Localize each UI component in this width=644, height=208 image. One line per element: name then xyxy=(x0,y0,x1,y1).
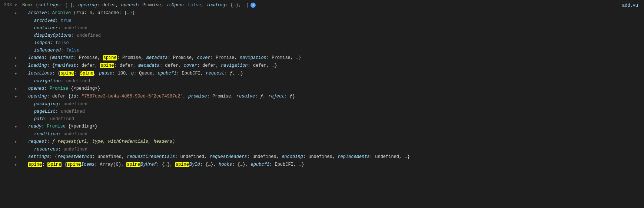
line-content: archive: Archive {zip: n, urlCache: {…}} xyxy=(19,10,135,16)
console-line: settings: {requestMethod: undefined, req… xyxy=(0,153,644,161)
console-line: locations: {spine: Spine, pause: 100, q:… xyxy=(0,70,644,77)
line-content: opening: defer {id: "7587cee3-be4a-4d65-… xyxy=(19,93,295,100)
line-content: loading: {manifest: defer, spine: defer,… xyxy=(19,62,277,69)
line-content: isOpen: false xyxy=(19,40,69,46)
console-line: opening: defer {id: "7587cee3-be4a-4d65-… xyxy=(0,93,644,100)
expand-arrow[interactable] xyxy=(15,2,19,9)
devtools-panel: add.vu 333Book {settings: {…}, opening: … xyxy=(0,0,644,171)
expand-arrow[interactable] xyxy=(15,138,19,145)
expand-arrow[interactable] xyxy=(15,62,19,69)
line-content: rendition: undefined xyxy=(19,131,87,138)
console-line: ready: Promise {<pending>} xyxy=(0,123,644,131)
line-content: path: undefined xyxy=(19,116,74,122)
console-line: pageList: undefined xyxy=(0,108,644,115)
line-content: isRendered: false xyxy=(19,47,79,54)
add-link[interactable]: add.vu xyxy=(622,3,638,8)
line-content: locations: {spine: Spine, pause: 100, q:… xyxy=(19,70,243,77)
console-line: loading: {manifest: defer, spine: defer,… xyxy=(0,62,644,70)
expand-arrow[interactable] xyxy=(15,70,19,77)
console-line: path: undefined xyxy=(0,115,644,123)
line-content: opened: Promise {<pending>} xyxy=(19,85,100,92)
console-line: loaded: {manifest: Promise, spine: Promi… xyxy=(0,54,644,62)
console-line: packaging: undefined xyxy=(0,100,644,108)
line-content: settings: {requestMethod: undefined, req… xyxy=(19,153,410,160)
expand-arrow[interactable] xyxy=(15,85,19,92)
line-content: navigation: undefined xyxy=(19,78,90,85)
console-line: archive: Archive {zip: n, urlCache: {…}} xyxy=(0,9,644,17)
line-content: request: ƒ request(url, type, withCreden… xyxy=(19,138,175,145)
expand-arrow[interactable] xyxy=(15,10,19,17)
line-content: pageList: undefined xyxy=(19,108,85,115)
expand-arrow[interactable] xyxy=(15,153,19,161)
line-content: Book {settings: {…}, opening: defer, ope… xyxy=(19,2,256,9)
expand-arrow[interactable] xyxy=(15,123,19,130)
line-content: displayOptions: undefined xyxy=(19,32,101,39)
console-line: rendition: undefined xyxy=(0,131,644,138)
console-line: displayOptions: undefined xyxy=(0,32,644,39)
console-line: navigation: undefined xyxy=(0,77,644,85)
console-line: 333Book {settings: {…}, opening: defer, … xyxy=(0,1,644,9)
line-content: spine: Spine {spineItems: Array(0), spin… xyxy=(19,161,304,168)
line-content: ready: Promise {<pending>} xyxy=(19,123,97,130)
console-line: request: ƒ request(url, type, withCreden… xyxy=(0,138,644,146)
console-line: resources: undefined xyxy=(0,146,644,153)
line-content: archived: true xyxy=(19,17,72,24)
console-line: isOpen: false xyxy=(0,39,644,47)
expand-arrow[interactable] xyxy=(15,93,19,100)
console-line: spine: Spine {spineItems: Array(0), spin… xyxy=(0,161,644,169)
console-line: isRendered: false xyxy=(0,47,644,54)
line-content: resources: undefined xyxy=(19,146,87,153)
line-content: loaded: {manifest: Promise, spine: Promi… xyxy=(19,55,301,61)
expand-arrow[interactable] xyxy=(15,55,19,62)
line-content: packaging: undefined xyxy=(19,101,87,108)
line-number: 333 xyxy=(0,2,15,9)
console-line: opened: Promise {<pending>} xyxy=(0,85,644,93)
console-line: container: undefined xyxy=(0,24,644,32)
line-content: container: undefined xyxy=(19,25,87,32)
console-line: archived: true xyxy=(0,17,644,24)
expand-arrow[interactable] xyxy=(15,161,19,168)
info-icon[interactable]: i xyxy=(250,3,256,8)
console-content: add.vu 333Book {settings: {…}, opening: … xyxy=(0,1,644,169)
console-line xyxy=(0,169,644,169)
